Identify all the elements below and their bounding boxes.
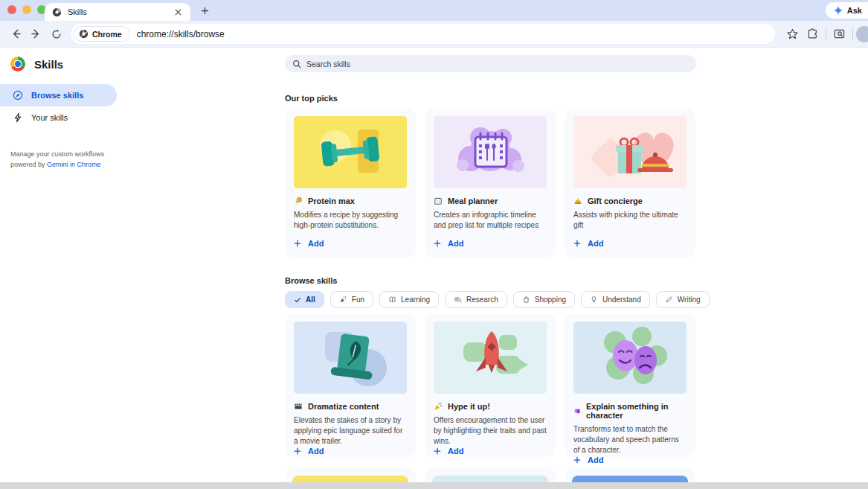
party-popper-icon — [339, 295, 347, 304]
card-description: Assists with picking the ultimate gift — [572, 210, 688, 231]
site-chip-label: Chrome — [92, 30, 122, 39]
skill-card-protein-max[interactable]: Protein max Modifies a recipe by suggest… — [285, 109, 416, 258]
filter-chip-writing[interactable]: Writing — [656, 291, 710, 308]
add-label: Add — [308, 239, 324, 248]
party-popper-emoji-icon — [434, 402, 443, 411]
add-button[interactable]: Add — [292, 239, 408, 250]
tab-title: Skills — [68, 7, 171, 16]
sidebar: Skills Browse skills Your skills Manage … — [0, 48, 285, 489]
browse-skills-heading: Browse skills — [285, 276, 696, 285]
page-title: Skills — [34, 58, 63, 71]
skill-card-dramatize-content[interactable]: Dramatize content Elevates the stakes of… — [285, 314, 416, 457]
add-button[interactable]: Add — [432, 447, 548, 458]
side-panel-search-button[interactable] — [829, 24, 849, 44]
book-icon — [388, 295, 396, 304]
url-text[interactable]: chrome://skills/browse — [137, 29, 225, 39]
browser-window: Skills Ask Chrome — [0, 0, 868, 489]
clapperboard-emoji-icon — [294, 402, 303, 411]
tab-favicon-icon — [52, 7, 62, 17]
window-search-icon — [834, 28, 845, 39]
new-tab-button[interactable] — [198, 4, 211, 17]
skill-card-meal-planner[interactable]: Meal planner Creates an infographic time… — [425, 109, 556, 258]
lightning-bolt-icon — [13, 112, 23, 123]
plus-icon — [434, 447, 441, 455]
filter-chip-learning[interactable]: Learning — [379, 291, 439, 308]
bookmark-star-button[interactable] — [782, 24, 803, 44]
chip-label: Understand — [602, 295, 641, 304]
tab-strip: Skills Ask — [0, 0, 868, 21]
add-button[interactable]: Add — [292, 447, 408, 458]
card-title: Hype it up! — [448, 402, 490, 411]
add-label: Add — [448, 447, 463, 456]
filter-chip-research[interactable]: Research — [445, 291, 507, 308]
footnote-text: powered by — [10, 161, 47, 168]
search-input[interactable] — [306, 60, 689, 68]
pen-icon — [665, 295, 673, 304]
card-title: Protein max — [308, 196, 355, 205]
plus-icon — [573, 456, 581, 464]
main-content: Our top picks Protein max Modifies a rec… — [285, 48, 696, 489]
card-title: Explain something in character — [586, 402, 687, 420]
add-button[interactable]: Add — [572, 456, 688, 467]
filter-chip-fun[interactable]: Fun — [330, 291, 373, 308]
chrome-logo-icon — [79, 29, 89, 39]
sidebar-item-label: Browse skills — [31, 91, 83, 100]
skill-card-hype-it-up[interactable]: Hype it up! Offers encouragement to the … — [425, 314, 556, 457]
add-button[interactable]: Add — [432, 239, 548, 250]
site-info-chip[interactable]: Chrome — [74, 26, 130, 42]
reload-button[interactable] — [46, 24, 66, 44]
back-arrow-icon — [10, 28, 22, 39]
profile-avatar[interactable] — [856, 26, 868, 42]
gift-concierge-illustration — [572, 116, 688, 188]
card-title: Dramatize content — [308, 402, 379, 411]
card-title: Meal planner — [448, 196, 498, 205]
card-description: Offers encouragement to the user by high… — [432, 415, 548, 447]
filter-chip-all[interactable]: All — [285, 291, 324, 308]
card-title-row: Hype it up! — [432, 402, 548, 411]
plus-icon — [573, 240, 581, 247]
sidebar-footnote: Manage your custom workflows powered by … — [10, 149, 129, 170]
sidebar-item-your-skills[interactable]: Your skills — [0, 106, 117, 129]
back-button[interactable] — [6, 24, 26, 44]
minimize-window-button[interactable] — [22, 5, 31, 14]
filter-chip-understand[interactable]: Understand — [581, 291, 650, 308]
document-magnifier-icon — [454, 295, 462, 304]
card-description: Creates an infographic timeline and prep… — [432, 210, 548, 231]
plus-icon — [294, 447, 301, 455]
search-bar[interactable] — [285, 55, 696, 72]
top-picks-grid: Protein max Modifies a recipe by suggest… — [285, 109, 696, 258]
sidebar-item-browse-skills[interactable]: Browse skills — [0, 84, 117, 106]
add-button[interactable]: Add — [572, 239, 688, 250]
card-description: Modifies a recipe by suggesting high-pro… — [292, 210, 408, 231]
forward-button[interactable] — [26, 24, 46, 44]
gemini-sparkle-icon — [834, 6, 843, 15]
tab-close-icon[interactable] — [171, 5, 184, 19]
extensions-button[interactable] — [803, 24, 823, 44]
plus-icon — [294, 240, 301, 247]
plus-icon — [434, 240, 441, 247]
filter-chip-shopping[interactable]: Shopping — [513, 291, 575, 308]
star-icon — [787, 28, 798, 39]
explain-in-character-illustration — [572, 322, 688, 394]
skill-card-explain-in-character[interactable]: Explain something in character Transform… — [565, 314, 695, 457]
browser-tab[interactable]: Skills — [45, 3, 190, 21]
card-title-row: Protein max — [292, 196, 408, 205]
drumstick-emoji-icon — [294, 196, 303, 205]
gemini-in-chrome-link[interactable]: Gemini in Chrome — [47, 161, 101, 168]
chip-label: Learning — [401, 295, 430, 304]
skills-page: Skills Browse skills Your skills Manage … — [0, 48, 868, 489]
card-description: Elevates the stakes of a story by applyi… — [292, 415, 408, 447]
card-title-row: Meal planner — [432, 196, 548, 205]
window-controls — [7, 5, 46, 14]
card-title-row: Gift concierge — [572, 196, 688, 205]
skill-card-gift-concierge[interactable]: Gift concierge Assists with picking the … — [565, 109, 695, 258]
address-bar[interactable]: Chrome chrome://skills/browse — [71, 24, 775, 44]
footnote-text: Manage your custom workflows — [10, 150, 104, 158]
sidebar-item-label: Your skills — [31, 113, 68, 122]
forward-arrow-icon — [30, 28, 42, 39]
reload-icon — [51, 29, 62, 39]
toolbar-divider — [826, 28, 826, 40]
ask-gemini-button[interactable]: Ask — [826, 2, 868, 19]
sidebar-nav: Browse skills Your skills — [0, 84, 285, 129]
close-window-button[interactable] — [7, 5, 16, 14]
